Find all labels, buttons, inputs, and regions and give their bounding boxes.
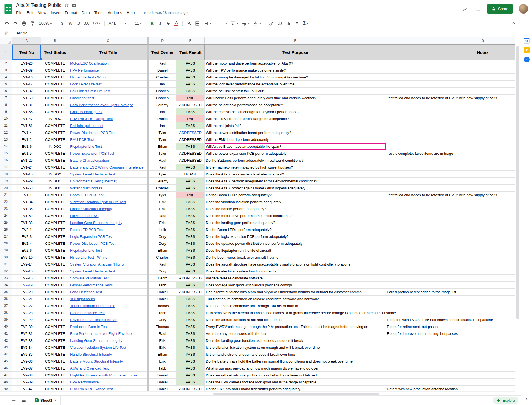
row-header-16[interactable]: 16 xyxy=(0,157,12,164)
zoom-select[interactable]: 100% xyxy=(37,19,54,27)
cell-C13[interactable]: FMU PCB Test xyxy=(69,136,147,143)
cell-D46[interactable]: Tabb xyxy=(149,365,176,372)
cell-A35[interactable]: EV2-20 xyxy=(12,289,41,296)
cell-C1[interactable]: Test Title xyxy=(69,44,147,60)
cell-link[interactable]: Software Validation Test xyxy=(70,276,108,280)
cell-G11[interactable] xyxy=(386,122,515,129)
cell-F27[interactable]: Does the logic expansion PCB perform ade… xyxy=(205,233,386,240)
fill-color-button[interactable] xyxy=(185,19,193,27)
redo-button[interactable] xyxy=(11,19,19,27)
cell-F40[interactable]: Every EV/DV unit must go through the 2 h… xyxy=(205,323,386,330)
cell-F19[interactable]: Does the Alta X perform adequately acros… xyxy=(205,178,386,185)
cell-F33[interactable]: Validate release candidate software xyxy=(205,275,386,282)
print-button[interactable] xyxy=(20,19,28,27)
cell-F16[interactable]: Do the Batteries perform adequately in r… xyxy=(205,157,386,164)
cell-F29[interactable]: Does the flopdapter run the life of airc… xyxy=(205,247,386,254)
cell-link[interactable]: Boom LED PCB Test xyxy=(70,193,103,197)
cell-G49[interactable]: Retest with new production antenna locat… xyxy=(386,386,515,391)
cell-C9[interactable]: Chassis loading test xyxy=(69,108,147,115)
row-header-29[interactable]: 29 xyxy=(0,247,12,254)
cell-E28[interactable]: PASS xyxy=(176,240,205,247)
cell-A9[interactable]: EV1-55 xyxy=(12,108,41,115)
menu-tools[interactable]: Tools xyxy=(92,10,106,16)
cell-E6[interactable]: PASS xyxy=(176,88,205,95)
cell-A34[interactable]: EV2-19 xyxy=(12,282,41,289)
row-header-33[interactable]: 33 xyxy=(0,275,12,282)
cell-D21[interactable]: Tyler xyxy=(149,192,176,198)
cell-G31[interactable] xyxy=(386,261,515,268)
cell-E30[interactable]: PASS xyxy=(176,254,205,261)
cell-D26[interactable]: Hulk xyxy=(149,226,176,233)
cell-link[interactable]: Production Burn-in Test xyxy=(70,325,108,329)
cell-A18[interactable]: EV1-15 xyxy=(12,171,41,178)
row-header-31[interactable]: 31 xyxy=(0,261,12,268)
column-header-A[interactable]: A xyxy=(12,37,41,44)
cell-A20[interactable]: EV1-53 xyxy=(12,185,41,192)
cell-link[interactable]: FMU PCB Test xyxy=(70,137,94,142)
cell-F22[interactable]: Does the vibration isolation perform ade… xyxy=(205,198,386,205)
cell-A43[interactable]: EV2-34 xyxy=(12,344,41,351)
cell-A27[interactable]: EV2-3 xyxy=(12,233,41,240)
cell-link[interactable]: Hinge Life Test - Wiring xyxy=(70,255,107,259)
cell-link[interactable]: Vibration Isolation System Life Test xyxy=(70,345,126,350)
cell-C40[interactable]: Production Burn-in Test xyxy=(69,323,147,330)
row-header-36[interactable]: 36 xyxy=(0,296,12,302)
cell-G41[interactable]: Room for improvement in tuning, but pass… xyxy=(386,330,515,337)
horizontal-align-button[interactable] xyxy=(217,19,228,27)
cell-F11[interactable]: Will the ball joints fail? xyxy=(205,122,386,129)
vertical-scrollbar-thumb[interactable] xyxy=(516,46,519,319)
cell-E9[interactable]: PASS xyxy=(176,108,205,115)
column-header-B[interactable]: B xyxy=(41,37,69,44)
insert-chart-button[interactable] xyxy=(284,19,292,27)
cell-C43[interactable]: Vibration Isolation System Life Test xyxy=(69,344,147,351)
row-header-2[interactable]: 2 xyxy=(0,60,12,67)
cell-B8[interactable]: COMPLETE xyxy=(41,101,69,108)
cell-D40[interactable]: Thomas xyxy=(149,323,176,330)
cell-G8[interactable] xyxy=(386,101,515,108)
cell-F46[interactable]: What is our max payload and how much mar… xyxy=(205,365,386,372)
row-header-1[interactable]: 1 xyxy=(0,44,12,60)
cell-F32[interactable]: Does the electrical system function corr… xyxy=(205,268,386,275)
cell-C16[interactable]: Battery Characterization xyxy=(69,157,147,164)
cell-E5[interactable]: PASS xyxy=(176,81,205,88)
row-header-22[interactable]: 22 xyxy=(0,198,12,205)
cell-A7[interactable]: EV1-60 xyxy=(12,95,41,101)
cell-A45[interactable]: EV2-36 xyxy=(12,358,41,365)
cell-G33[interactable] xyxy=(386,275,515,282)
cell-F13[interactable]: Will the FMU board perform adequately xyxy=(205,136,386,143)
cell-C31[interactable]: System Vibration Analysis (Flight) xyxy=(69,261,147,268)
cell-D7[interactable]: Charles xyxy=(149,95,176,101)
cell-B23[interactable]: COMPLETE xyxy=(41,205,69,212)
cell-D47[interactable]: Daniel xyxy=(149,372,176,379)
cell-A5[interactable]: EV1-17 xyxy=(12,81,41,88)
row-header-34[interactable]: 34 xyxy=(0,282,12,289)
row-header-26[interactable]: 26 xyxy=(0,226,12,233)
cell-link[interactable]: Water / dust ingress xyxy=(70,186,102,190)
cell-D16[interactable]: Raul xyxy=(149,157,176,164)
cell-link[interactable]: ADDRESSED xyxy=(179,131,202,135)
cell-F36[interactable]: 100 flight hours combined on release can… xyxy=(205,296,386,302)
cell-link[interactable]: Baro Performance over Flight Envelope xyxy=(70,103,133,107)
cell-A1[interactable]: Test No xyxy=(12,44,41,60)
cell-C2[interactable]: Motor/ESC Qualification xyxy=(69,60,147,67)
cell-C27[interactable]: Logic Expansion PCB Test xyxy=(69,233,147,240)
cell-E42[interactable]: PASS xyxy=(176,337,205,344)
cell-B33[interactable]: COMPLETE xyxy=(41,275,69,282)
cell-F4[interactable]: Will the wiring be damaged by folding / … xyxy=(205,74,386,81)
cell-G9[interactable] xyxy=(386,108,515,115)
cell-E4[interactable]: PASS xyxy=(176,74,205,81)
cell-D41[interactable]: Raul xyxy=(149,330,176,337)
row-header-49[interactable]: 49 xyxy=(0,386,12,391)
cell-B24[interactable]: COMPLETE xyxy=(41,212,69,219)
cell-F39[interactable]: Does the aircraft function at hot and co… xyxy=(205,316,386,323)
cell-F8[interactable]: Will the height hold performance be acce… xyxy=(205,101,386,108)
cell-F14[interactable]: Will Active Blade have an acceptable lif… xyxy=(205,143,386,150)
cell-G6[interactable] xyxy=(386,88,515,95)
cell-F2[interactable]: Will the motor and drive perform accepta… xyxy=(205,60,386,67)
cell-F9[interactable]: Will the chassis be stiff enough for pay… xyxy=(205,108,386,115)
cell-link[interactable]: Ball Link & Strut Life Test xyxy=(70,89,110,93)
cell-D19[interactable]: Jeremy xyxy=(149,178,176,185)
cell-E44[interactable]: PASS xyxy=(176,351,205,358)
cell-G4[interactable] xyxy=(386,74,515,81)
undo-button[interactable] xyxy=(3,19,11,27)
